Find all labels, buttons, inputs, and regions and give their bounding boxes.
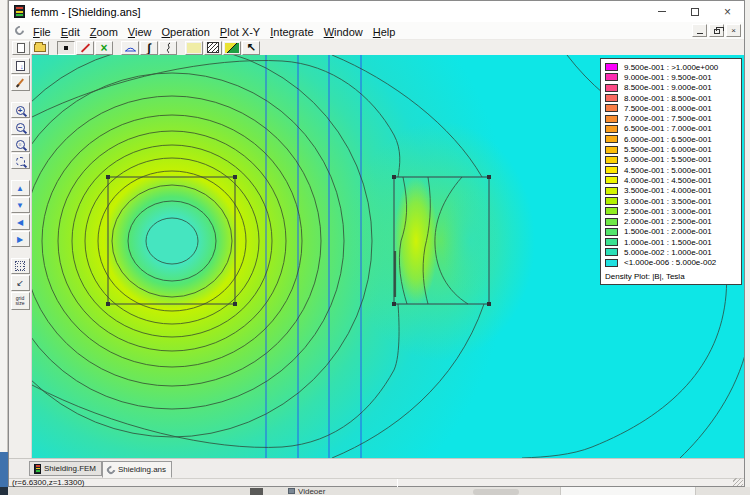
tab-shielding-fem[interactable]: Shielding.FEM xyxy=(29,461,102,476)
legend-range-label: 1.000e-001 : 1.500e-001 xyxy=(624,238,712,247)
open-folder-icon xyxy=(34,44,46,52)
legend-range-label: 5.000e-002 : 1.000e-001 xyxy=(624,248,712,257)
open-file-button[interactable] xyxy=(31,41,49,55)
menu-item-window[interactable]: Window xyxy=(319,24,368,40)
document-magnet-icon[interactable] xyxy=(13,24,26,37)
pan-right-button[interactable]: ▶ xyxy=(11,231,30,247)
legend-row: <1.000e-006 : 5.000e-002 xyxy=(605,258,738,268)
toolbar-separator xyxy=(50,42,57,54)
pointer-button[interactable]: ↖ xyxy=(242,41,260,55)
grid-toggle-button[interactable] xyxy=(11,258,30,274)
mdi-minimize-button[interactable] xyxy=(692,24,707,37)
menu-item-integrate[interactable]: Integrate xyxy=(265,24,318,40)
zoom-in-button[interactable]: + xyxy=(11,102,30,118)
menu-item-zoom[interactable]: Zoom xyxy=(85,24,123,40)
background-folder-label: Videoer xyxy=(298,487,325,495)
zoom-out-icon: − xyxy=(16,123,25,132)
background-dark-corner xyxy=(0,487,8,495)
legend-range-label: 4.000e-001 : 4.500e-001 xyxy=(624,176,712,185)
legend-swatch xyxy=(605,146,618,154)
legend-range-label: 5.500e-001 : 6.000e-001 xyxy=(624,145,712,154)
legend-swatch xyxy=(605,94,618,102)
menu-item-file[interactable]: File xyxy=(28,24,56,40)
maximize-button[interactable] xyxy=(678,1,711,22)
legend-swatch xyxy=(605,218,618,226)
grid-size-button[interactable]: grid size xyxy=(11,292,30,310)
tab-shielding-ans[interactable]: Shielding.ans xyxy=(102,461,172,478)
legend-swatch xyxy=(605,176,618,184)
legend-swatch xyxy=(605,207,618,215)
density-plot-button[interactable] xyxy=(185,41,203,55)
integral-icon: ∫ xyxy=(147,41,150,55)
legend-rows: 9.500e-001 : >1.000e+0009.000e-001 : 9.5… xyxy=(605,62,738,268)
tab-label: Shielding.ans xyxy=(118,465,166,474)
legend-row: 6.000e-001 : 6.500e-001 xyxy=(605,134,738,144)
legend-swatch xyxy=(605,259,618,267)
legend-row: 8.000e-001 : 8.500e-001 xyxy=(605,93,738,103)
legend-range-label: 3.500e-001 : 4.000e-001 xyxy=(624,186,712,195)
femm-app-icon xyxy=(14,5,25,18)
right-arrow-icon: ▶ xyxy=(17,235,23,244)
legend-row: 7.500e-001 : 8.000e-001 xyxy=(605,103,738,113)
vector-plot-button[interactable] xyxy=(204,41,222,55)
background-selection xyxy=(0,452,8,487)
mesh-list-icon: ↓ xyxy=(16,61,25,71)
background-window-bottom-sliver: Videoer xyxy=(8,487,750,495)
contour-plot-button[interactable] xyxy=(223,41,241,55)
arc-tool-button[interactable] xyxy=(121,41,139,55)
zoom-window-button[interactable] xyxy=(11,153,30,169)
legend-swatch xyxy=(605,228,618,236)
density-plot-view[interactable]: 9.500e-001 : >1.000e+0009.000e-001 : 9.5… xyxy=(32,55,744,458)
menu-item-operation[interactable]: Operation xyxy=(157,24,215,40)
menu-item-plot-x-y[interactable]: Plot X-Y xyxy=(215,24,265,40)
menu-bar: FileEditZoomViewOperationPlot X-YIntegra… xyxy=(9,22,744,40)
solution-file-icon xyxy=(105,464,116,475)
pan-left-button[interactable]: ◀ xyxy=(11,214,30,230)
close-button[interactable]: × xyxy=(711,1,744,22)
legend-swatch xyxy=(605,238,618,246)
caption-buttons: × xyxy=(645,1,744,22)
title-bar[interactable]: femm - [Shielding.ans] × xyxy=(9,1,744,22)
new-file-button[interactable] xyxy=(12,41,30,55)
line-integral-button[interactable]: ∫ xyxy=(140,41,158,55)
snap-to-grid-button[interactable]: ↙ xyxy=(11,275,30,291)
folder-icon xyxy=(288,488,295,494)
legend-swatch xyxy=(605,115,618,123)
legend-row: 5.000e-001 : 5.500e-001 xyxy=(605,155,738,165)
zoom-out-button[interactable]: − xyxy=(11,119,30,135)
red-line-icon xyxy=(80,43,89,52)
resize-grip[interactable] xyxy=(733,478,743,486)
down-arrow-icon: ▼ xyxy=(16,201,24,210)
legend-range-label: 7.500e-001 : 8.000e-001 xyxy=(624,104,712,113)
toolbar-separator xyxy=(178,42,185,54)
block-mode-button[interactable]: × xyxy=(95,41,113,55)
zoom-natural-icon: ▫ xyxy=(16,140,25,149)
show-mesh-button[interactable]: ↓ xyxy=(11,58,30,74)
legend-swatch xyxy=(605,84,618,92)
mdi-close-button[interactable]: × xyxy=(726,24,741,37)
up-arrow-icon: ▲ xyxy=(16,184,24,193)
legend-swatch xyxy=(605,166,618,174)
menu-item-view[interactable]: View xyxy=(123,24,157,40)
icon-stripe-green xyxy=(16,14,23,16)
density-plot-icon xyxy=(187,43,201,53)
menu-item-help[interactable]: Help xyxy=(368,24,401,40)
zoom-natural-button[interactable]: ▫ xyxy=(11,136,30,152)
minimize-button[interactable] xyxy=(645,1,678,22)
menu-item-edit[interactable]: Edit xyxy=(56,24,85,40)
legend-row: 9.500e-001 : >1.000e+000 xyxy=(605,62,738,72)
pan-up-button[interactable]: ▲ xyxy=(11,180,30,196)
contour-mode-button[interactable] xyxy=(76,41,94,55)
legend-row: 2.000e-001 : 2.500e-001 xyxy=(605,216,738,226)
pan-down-button[interactable]: ▼ xyxy=(11,197,30,213)
grid-icon xyxy=(15,261,25,271)
left-arrow-icon: ◀ xyxy=(17,218,23,227)
legend-row: 9.000e-001 : 9.500e-001 xyxy=(605,72,738,82)
edit-properties-button[interactable] xyxy=(11,75,30,91)
mdi-restore-button[interactable] xyxy=(709,24,724,37)
background-window-left-sliver xyxy=(0,0,8,495)
point-values-mode-button[interactable] xyxy=(57,41,75,55)
background-panel xyxy=(560,487,696,495)
block-integral-button[interactable] xyxy=(159,41,177,55)
pencil-icon xyxy=(16,79,24,88)
